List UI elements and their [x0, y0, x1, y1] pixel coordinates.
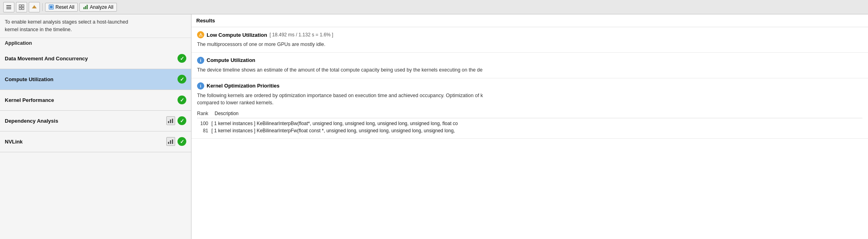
svg-rect-15: [172, 119, 173, 123]
bar-chart-svg-4: [168, 139, 174, 144]
check-icon-0: ✓: [178, 54, 186, 63]
analysis-item-label-1: Compute Utilization: [5, 76, 53, 82]
result-section-compute-info: i Compute Utilization The device timelin…: [191, 53, 868, 78]
rank-desc-1: [ 1 kernel instances ] KeBilinearInterpF…: [211, 128, 862, 133]
rank-row-0: 100 [ 1 kernel instances ] KeBilinearInt…: [197, 120, 862, 127]
analysis-item-icons-4: ✓: [166, 137, 186, 146]
analysis-item-compute[interactable]: Compute Utilization ✓: [0, 69, 191, 90]
analysis-item-label-4: NVLink: [5, 139, 23, 145]
svg-rect-13: [168, 121, 169, 123]
rank-table-container: Rank Description 100 [ 1 kernel instance…: [197, 110, 862, 134]
compute-info-body: The device timeline shows an estimate of…: [197, 66, 862, 74]
list-view-button[interactable]: [3, 2, 14, 12]
svg-rect-18: [172, 139, 173, 144]
warning-icon: ⚠: [197, 31, 204, 38]
svg-rect-4: [22, 5, 24, 7]
toolbar: Reset All Analyze All: [0, 0, 868, 14]
svg-rect-14: [170, 120, 171, 123]
reset-all-button[interactable]: Reset All: [45, 3, 78, 12]
result-section-kernel-opt-header: i Kernel Optimization Priorities: [197, 82, 862, 90]
reset-all-label: Reset All: [55, 4, 74, 10]
info-line1: To enable kernel analysis stages select …: [5, 19, 128, 25]
rank-col-header: Rank: [197, 111, 211, 116]
analysis-item-kernel-perf[interactable]: Kernel Performance ✓: [0, 90, 191, 111]
check-icon-1: ✓: [178, 75, 186, 84]
compute-info-title: Compute Utilization: [207, 57, 255, 63]
info-text: To enable kernel analysis stages select …: [0, 14, 191, 38]
kernel-opt-body: The following kernels are ordered by opt…: [197, 92, 862, 107]
up-arrow-button[interactable]: [29, 2, 40, 12]
toolbar-separator: [42, 3, 43, 11]
svg-rect-17: [170, 140, 171, 144]
check-icon-2: ✓: [178, 96, 186, 104]
result-section-kernel-opt: i Kernel Optimization Priorities The fol…: [191, 78, 868, 139]
svg-rect-10: [83, 7, 85, 9]
rank-table-header: Rank Description: [197, 110, 862, 118]
warning-body: The multiprocessors of one or more GPUs …: [197, 41, 862, 48]
rank-num-1: 81: [197, 128, 211, 133]
rank-num-0: 100: [197, 121, 211, 126]
bar-chart-icon-4[interactable]: [166, 137, 175, 146]
desc-col-header: Description: [215, 111, 862, 116]
analysis-item-icons-3: ✓: [166, 116, 186, 125]
grid-icon: [19, 4, 24, 10]
info-icon-1: i: [197, 57, 204, 64]
bar-chart-svg-3: [168, 118, 174, 123]
left-panel: To enable kernel analysis stages select …: [0, 14, 191, 239]
info-icon-2: i: [197, 82, 204, 90]
analyze-icon: [83, 4, 88, 10]
svg-rect-6: [22, 8, 24, 10]
kernel-opt-title: Kernel Optimization Priorities: [207, 83, 280, 89]
section-label: Application: [0, 38, 191, 48]
kernel-opt-body-text: The following kernels are ordered by opt…: [197, 93, 483, 98]
rank-desc-0: [ 1 kernel instances ] KeBilinearInterpB…: [211, 121, 862, 126]
svg-rect-5: [19, 8, 21, 10]
analysis-item-icons-0: ✓: [178, 54, 186, 63]
bar-chart-icon-3[interactable]: [166, 116, 175, 125]
warning-title: Low Compute Utilization: [207, 32, 267, 38]
analyze-all-label: Analyze All: [90, 4, 113, 10]
rank-row-1: 81 [ 1 kernel instances ] KeBilinearInte…: [197, 127, 862, 134]
grid-view-button[interactable]: [16, 2, 27, 12]
analysis-item-icons-1: ✓: [178, 75, 186, 84]
analysis-item-data-movement[interactable]: Data Movement And Concurrency ✓: [0, 48, 191, 69]
info-line2: kernel instance in the timeline.: [5, 27, 72, 32]
analysis-item-icons-2: ✓: [178, 96, 186, 104]
main-content: To enable kernel analysis stages select …: [0, 14, 868, 239]
svg-rect-9: [50, 6, 53, 8]
check-icon-3: ✓: [178, 116, 186, 125]
result-section-compute-header: i Compute Utilization: [197, 57, 862, 64]
svg-rect-1: [6, 7, 11, 8]
reset-icon: [49, 4, 54, 10]
analysis-item-label-0: Data Movement And Concurrency: [5, 56, 88, 62]
svg-rect-2: [6, 8, 11, 9]
analysis-item-label-3: Dependency Analysis: [5, 118, 58, 124]
svg-rect-3: [19, 5, 21, 7]
analysis-list: Data Movement And Concurrency ✓ Compute …: [0, 48, 191, 239]
analyze-all-button[interactable]: Analyze All: [79, 3, 117, 12]
analysis-item-label-2: Kernel Performance: [5, 97, 54, 103]
result-section-warning-header: ⚠ Low Compute Utilization [ 18.492 ms / …: [197, 31, 862, 38]
warning-timing: [ 18.492 ms / 1.132 s = 1.6% ]: [270, 32, 333, 38]
result-section-warning: ⚠ Low Compute Utilization [ 18.492 ms / …: [191, 27, 868, 53]
kernel-opt-body2-text: compared to lower ranked kernels.: [197, 100, 274, 106]
up-arrow-icon: [32, 4, 37, 10]
svg-rect-16: [168, 142, 169, 144]
results-header: Results: [191, 14, 868, 27]
svg-rect-11: [85, 6, 86, 9]
svg-marker-7: [32, 5, 37, 8]
svg-rect-12: [87, 5, 88, 9]
list-icon: [6, 4, 12, 10]
right-panel: Results ⚠ Low Compute Utilization [ 18.4…: [191, 14, 868, 239]
check-icon-4: ✓: [178, 137, 186, 146]
analysis-item-dependency[interactable]: Dependency Analysis ✓: [0, 111, 191, 131]
svg-rect-0: [6, 5, 11, 6]
analysis-item-nvlink[interactable]: NVLink ✓: [0, 131, 191, 152]
results-content: ⚠ Low Compute Utilization [ 18.492 ms / …: [191, 27, 868, 239]
